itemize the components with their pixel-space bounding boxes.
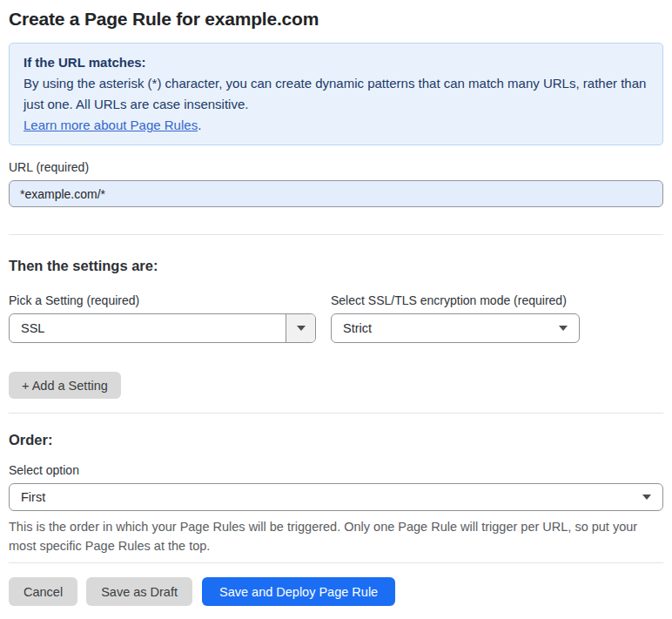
order-heading: Order: — [9, 432, 663, 448]
footer-divider — [9, 562, 663, 563]
pick-setting-label: Pick a Setting (required) — [9, 293, 316, 308]
info-box-heading: If the URL matches: — [24, 52, 648, 73]
order-help-text: This is the order in which your Page Rul… — [9, 517, 663, 555]
ssl-mode-label: Select SSL/TLS encryption mode (required… — [331, 293, 580, 308]
ssl-mode-column: Select SSL/TLS encryption mode (required… — [331, 293, 580, 343]
section-divider — [9, 413, 663, 414]
order-select[interactable]: First — [9, 483, 663, 511]
create-page-rule-form: Create a Page Rule for example.com If th… — [0, 0, 672, 619]
url-label: URL (required) — [9, 160, 663, 175]
footer-actions: Cancel Save as Draft Save and Deploy Pag… — [9, 577, 663, 606]
chevron-down-icon — [297, 326, 306, 331]
link-period: . — [198, 118, 201, 132]
order-select-value: First — [10, 490, 642, 504]
info-box-link-line: Learn more about Page Rules. — [24, 115, 648, 136]
settings-heading: Then the settings are: — [9, 258, 663, 274]
section-divider — [9, 234, 663, 235]
ssl-mode-select[interactable]: Strict — [331, 313, 580, 343]
pick-setting-column: Pick a Setting (required) SSL — [9, 293, 316, 343]
pick-setting-value: SSL — [10, 321, 286, 335]
url-match-info-box: If the URL matches: By using the asteris… — [9, 43, 663, 145]
save-deploy-button[interactable]: Save and Deploy Page Rule — [202, 577, 395, 606]
cancel-button[interactable]: Cancel — [9, 577, 77, 606]
chevron-down-icon — [642, 495, 651, 500]
save-draft-button[interactable]: Save as Draft — [86, 577, 192, 606]
settings-row: Pick a Setting (required) SSL Select SSL… — [9, 293, 663, 343]
order-caret-wrap — [642, 495, 662, 500]
add-setting-button[interactable]: + Add a Setting — [9, 372, 121, 399]
pick-setting-select[interactable]: SSL — [9, 313, 316, 343]
learn-more-link[interactable]: Learn more about Page Rules — [24, 118, 198, 132]
ssl-mode-caret-wrap — [559, 326, 579, 331]
url-input[interactable] — [9, 180, 663, 207]
info-box-body: By using the asterisk (*) character, you… — [24, 73, 648, 115]
order-select-label: Select option — [9, 463, 663, 478]
pick-setting-dropdown-button[interactable] — [286, 314, 315, 342]
chevron-down-icon — [559, 326, 568, 331]
page-title: Create a Page Rule for example.com — [9, 7, 663, 31]
ssl-mode-value: Strict — [332, 321, 559, 335]
